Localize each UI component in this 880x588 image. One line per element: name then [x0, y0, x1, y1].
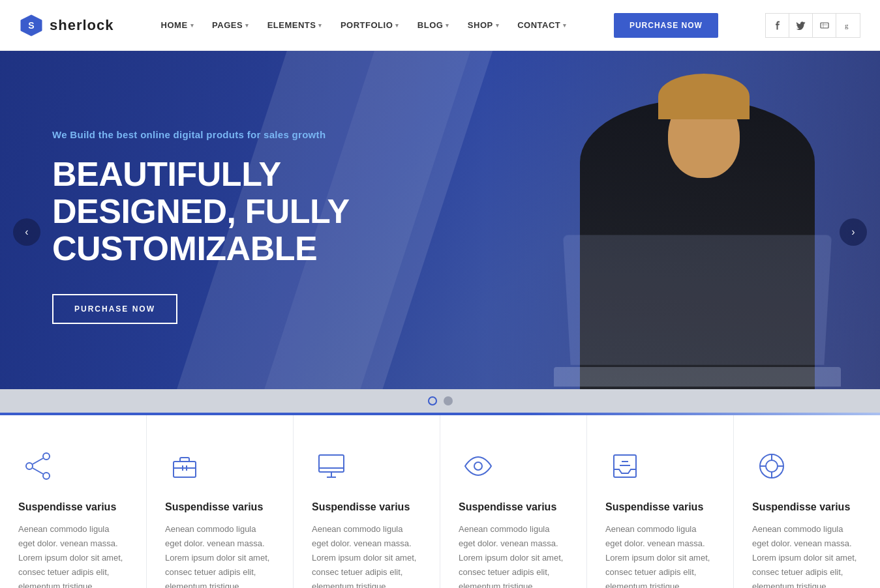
nav-elements[interactable]: ELEMENTS ▾	[267, 20, 322, 30]
slider-next-button[interactable]: ›	[840, 218, 867, 246]
social-icons-bar: g	[765, 13, 860, 38]
feature-title-1: Suspendisse varius	[18, 501, 116, 513]
feature-title-6: Suspendisse varius	[752, 501, 850, 513]
hero-content: We Build the best online digital produts…	[0, 51, 457, 402]
hero-cta-button[interactable]: PURCHASE NOW	[52, 294, 177, 324]
main-nav: HOME ▾ PAGES ▾ ELEMENTS ▾ PORTFOLIO ▾ BL…	[161, 20, 567, 30]
nav-portfolio[interactable]: PORTFOLIO ▾	[341, 20, 399, 30]
inbox-icon	[605, 447, 645, 486]
chevron-down-icon: ▾	[496, 22, 500, 29]
chevron-down-icon: ▾	[395, 22, 399, 29]
nav-shop[interactable]: SHOP ▾	[468, 20, 499, 30]
chevron-down-icon: ▾	[318, 22, 322, 29]
svg-point-5	[26, 463, 33, 469]
lifesaver-icon	[752, 447, 791, 486]
feature-title-4: Suspendisse varius	[459, 501, 556, 513]
hero-person-hair	[658, 74, 750, 119]
arrow-left-icon: ‹	[25, 226, 28, 238]
svg-point-17	[474, 462, 482, 470]
feature-desc-6: Aenean commodo ligula eget dolor. venean…	[752, 522, 862, 588]
svg-point-6	[43, 473, 50, 479]
logo-icon: S	[20, 14, 43, 37]
facebook-icon[interactable]	[766, 14, 789, 37]
feature-desc-1: Aenean commodo ligula eget dolor. venean…	[18, 522, 128, 588]
feature-title-2: Suspendisse varius	[165, 501, 263, 513]
feature-desc-3: Aenean commodo ligula eget dolor. venean…	[312, 522, 421, 588]
logo-text: sherlock	[50, 17, 114, 34]
share-icon	[18, 447, 57, 486]
twitter-icon[interactable]	[789, 14, 813, 37]
slider-prev-button[interactable]: ‹	[13, 218, 40, 246]
nav-pages[interactable]: PAGES ▾	[212, 20, 249, 30]
feature-title-3: Suspendisse varius	[312, 501, 410, 513]
feature-card-3: Suspendisse varius Aenean commodo ligula…	[294, 415, 440, 588]
svg-text:S: S	[28, 20, 34, 31]
svg-rect-13	[319, 455, 344, 472]
eye-icon	[459, 447, 498, 486]
feature-desc-5: Aenean commodo ligula eget dolor. venean…	[605, 522, 715, 588]
chevron-down-icon: ▾	[245, 22, 249, 29]
nav-home[interactable]: HOME ▾	[161, 20, 194, 30]
arrow-right-icon: ›	[851, 226, 855, 238]
hero-section: We Build the best online digital produts…	[0, 51, 880, 413]
svg-point-4	[43, 453, 50, 460]
hero-subtitle: We Build the best online digital produts…	[52, 129, 404, 140]
hero-laptop	[554, 367, 841, 387]
nav-contact[interactable]: CONTACT ▾	[517, 20, 567, 30]
chevron-down-icon: ▾	[563, 22, 567, 29]
feature-card-2: Suspendisse varius Aenean commodo ligula…	[147, 415, 294, 588]
feature-card-6: Suspendisse varius Aenean commodo ligula…	[734, 415, 880, 588]
hero-laptop-screen	[563, 235, 832, 364]
hero-title: BEAUTIFULLY DESIGNED, FULLY CUSTOMIZABLE	[52, 156, 404, 268]
chevron-down-icon: ▾	[190, 22, 194, 29]
chevron-down-icon: ▾	[446, 22, 449, 29]
feature-title-5: Suspendisse varius	[605, 501, 703, 513]
svg-line-8	[33, 468, 43, 474]
svg-rect-9	[174, 462, 196, 477]
dribbble-icon[interactable]	[813, 14, 836, 37]
feature-desc-4: Aenean commodo ligula eget dolor. venean…	[459, 522, 568, 588]
feature-desc-2: Aenean commodo ligula eget dolor. venean…	[165, 522, 275, 588]
features-section: Suspendisse varius Aenean commodo ligula…	[0, 415, 880, 588]
google-icon[interactable]: g	[836, 14, 860, 37]
svg-text:g: g	[845, 22, 849, 29]
nav-blog[interactable]: BLOG ▾	[417, 20, 449, 30]
header: S sherlock HOME ▾ PAGES ▾ ELEMENTS ▾ POR…	[0, 0, 880, 51]
monitor-icon	[312, 447, 351, 486]
svg-rect-2	[821, 23, 828, 28]
feature-card-5: Suspendisse varius Aenean commodo ligula…	[587, 415, 734, 588]
logo[interactable]: S sherlock	[20, 14, 114, 37]
header-purchase-button[interactable]: PURCHASE NOW	[614, 13, 718, 38]
svg-line-7	[33, 458, 43, 464]
feature-card-4: Suspendisse varius Aenean commodo ligula…	[440, 415, 587, 588]
feature-card-1: Suspendisse varius Aenean commodo ligula…	[0, 415, 147, 588]
svg-point-22	[766, 460, 778, 472]
briefcase-icon	[165, 447, 204, 486]
